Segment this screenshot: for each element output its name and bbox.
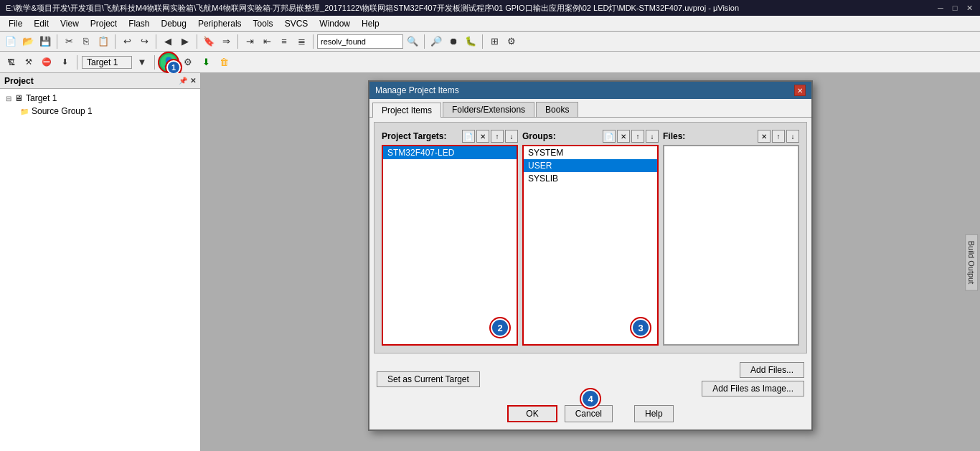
menu-item-help[interactable]: Help [356, 17, 385, 30]
menubar: FileEditViewProjectFlashDebugPeripherals… [0, 16, 980, 32]
cut-button[interactable]: ✂ [61, 34, 77, 49]
right-buttons: Add Files... Add Files as Image... [702, 362, 804, 397]
col2-label: Groups: [522, 131, 556, 141]
help-button[interactable]: Help [634, 405, 674, 422]
list-item-stm32[interactable]: STM32F407-LED [383, 146, 517, 159]
nav-back-button[interactable]: ◀ [160, 34, 176, 49]
col3-up-btn[interactable]: ↑ [772, 130, 785, 143]
tab-books[interactable]: Books [536, 102, 578, 117]
bookmark-button[interactable]: 🔖 [201, 34, 217, 49]
dialog-titlebar: Manage Project Items ✕ [369, 82, 811, 99]
menu-item-window[interactable]: Window [314, 17, 356, 30]
stop-build-button[interactable]: ⛔ [39, 54, 55, 70]
list-item-system[interactable]: SYSTEM [524, 146, 657, 159]
ok-button[interactable]: OK [507, 405, 557, 422]
folder-icon: 📁 [20, 108, 29, 115]
menu-item-file[interactable]: File [3, 17, 28, 30]
menu-item-debug[interactable]: Debug [156, 17, 192, 30]
options-button[interactable]: ⚙ [180, 54, 196, 70]
separator-tb2-1 [77, 55, 77, 70]
tree-source-group[interactable]: 📁 Source Group 1 [3, 105, 197, 118]
build-all-button[interactable]: 🏗 [3, 54, 19, 70]
separator8 [482, 34, 483, 49]
badge-2: 2 [491, 318, 509, 337]
download-button[interactable]: ⬇ [57, 54, 72, 70]
badge-1: 1 [166, 60, 181, 75]
menu-item-tools[interactable]: Tools [248, 17, 279, 30]
bookmark2-button[interactable]: ⇒ [218, 34, 234, 49]
search-input[interactable] [317, 34, 403, 49]
undo-button[interactable]: ↩ [119, 34, 135, 49]
col1-delete-btn[interactable]: ✕ [476, 130, 489, 143]
col3-down-btn[interactable]: ↓ [786, 130, 799, 143]
dialog-close-button[interactable]: ✕ [794, 85, 806, 96]
target-icon: 🖥 [14, 93, 23, 103]
build-button[interactable]: ⚒ [21, 54, 37, 70]
manage-project-button[interactable]: 👤 1 [159, 53, 178, 72]
nav-forward-button[interactable]: ▶ [177, 34, 193, 49]
format2-button[interactable]: ≣ [293, 34, 309, 49]
col2-delete-btn[interactable]: ✕ [617, 130, 630, 143]
col2-up-btn[interactable]: ↑ [631, 130, 644, 143]
magnify-button[interactable]: 🔎 [428, 34, 444, 49]
col-files: Files: ✕ ↑ ↓ [663, 130, 799, 346]
flash-button[interactable]: ⬇ [198, 54, 214, 70]
list-item-user[interactable]: USER [524, 159, 657, 172]
col1-add-btn[interactable]: 📄 [462, 130, 475, 143]
dialog-body: Project Targets: 📄 ✕ ↑ ↓ STM32F407-LED [374, 122, 807, 353]
search-button[interactable]: 🔍 [405, 34, 420, 49]
add-files-image-button[interactable]: Add Files as Image... [702, 381, 804, 397]
separator-tb2-2 [154, 55, 155, 70]
tab-project-items[interactable]: Project Items [372, 103, 441, 118]
maximize-button[interactable]: □ [950, 3, 960, 13]
pin-icon[interactable]: 📌 [179, 77, 187, 85]
tree-target[interactable]: ⊟ 🖥 Target 1 [3, 92, 197, 105]
open-file-button[interactable]: 📂 [20, 34, 36, 49]
close-panel-icon[interactable]: ✕ [190, 77, 196, 85]
main-area: Project 📌 ✕ ⊟ 🖥 Target 1 📁 Source Group … [0, 73, 980, 451]
format-button[interactable]: ≡ [276, 34, 292, 49]
tab-folders-extensions[interactable]: Folders/Extensions [443, 102, 534, 117]
indent-button[interactable]: ⇥ [242, 34, 258, 49]
separator3 [156, 34, 156, 49]
set-current-target-button[interactable]: Set as Current Target [377, 371, 480, 387]
minimize-button[interactable]: ─ [936, 3, 946, 13]
col-project-targets: Project Targets: 📄 ✕ ↑ ↓ STM32F407-LED [382, 130, 518, 346]
menu-item-peripherals[interactable]: Peripherals [192, 17, 248, 30]
list-item-syslib[interactable]: SYSLIB [524, 172, 657, 185]
grid-button[interactable]: ⊞ [486, 34, 502, 49]
debug-button[interactable]: 🐛 [463, 34, 479, 49]
project-panel-title: Project [4, 76, 34, 86]
panel-header-icons: 📌 ✕ [179, 77, 196, 85]
paste-button[interactable]: 📋 [95, 34, 111, 49]
col3-delete-btn[interactable]: ✕ [758, 130, 771, 143]
settings-button[interactable]: ⚙ [504, 34, 519, 49]
manage-project-dialog: Manage Project Items ✕ Project Items Fol… [368, 80, 813, 431]
add-files-button[interactable]: Add Files... [740, 362, 804, 378]
menu-item-view[interactable]: View [55, 17, 85, 30]
menu-item-svcs[interactable]: SVCS [279, 17, 314, 30]
menu-item-edit[interactable]: Edit [28, 17, 55, 30]
close-button[interactable]: ✕ [964, 3, 974, 13]
badge-3: 3 [631, 318, 650, 337]
separator5 [237, 34, 238, 49]
col1-up-btn[interactable]: ↑ [491, 130, 504, 143]
record-button[interactable]: ⏺ [446, 34, 461, 49]
redo-button[interactable]: ↪ [136, 34, 152, 49]
col1-list: STM32F407-LED 2 [382, 145, 518, 346]
new-file-button[interactable]: 📄 [3, 34, 19, 49]
menu-item-flash[interactable]: Flash [123, 17, 155, 30]
eraseflash-button[interactable]: 🗑 [216, 54, 232, 70]
save-button[interactable]: 💾 [37, 34, 53, 49]
target-dropdown[interactable]: ▼ [134, 54, 150, 70]
col-groups: Groups: 📄 ✕ ↑ ↓ SYSTEM USER [522, 130, 659, 346]
badge-4: 4 [581, 389, 600, 408]
separator1 [57, 34, 57, 49]
col3-header: Files: ✕ ↑ ↓ [663, 130, 799, 143]
unindent-button[interactable]: ⇤ [259, 34, 275, 49]
col1-down-btn[interactable]: ↓ [505, 130, 518, 143]
menu-item-project[interactable]: Project [85, 17, 123, 30]
col2-add-btn[interactable]: 📄 [603, 130, 616, 143]
col2-down-btn[interactable]: ↓ [646, 130, 659, 143]
copy-button[interactable]: ⎘ [78, 34, 94, 49]
